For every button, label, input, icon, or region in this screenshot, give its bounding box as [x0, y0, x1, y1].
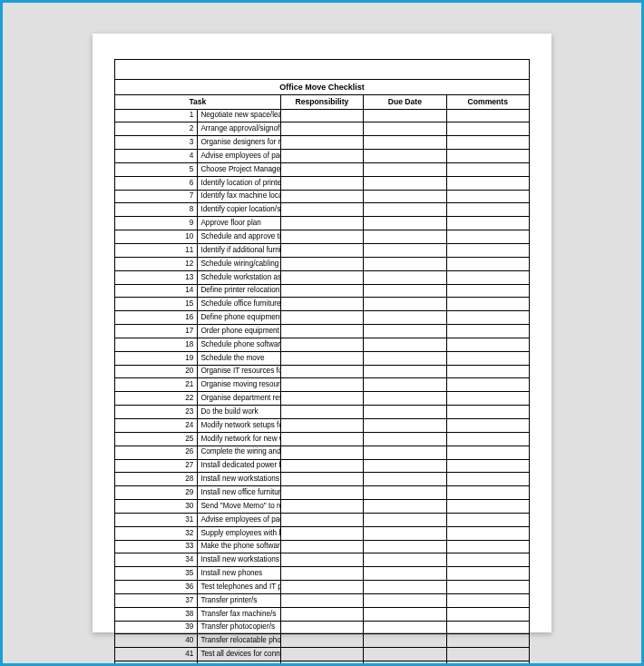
row-due-date [364, 446, 446, 459]
row-due-date [364, 109, 446, 122]
document-page: Office Move Checklist Task Responsibilit… [93, 34, 551, 632]
table-row: 16Define phone equipment requirements [115, 311, 530, 325]
row-task: Send "Move Memo" to relocating employees [198, 500, 280, 514]
table-row: 22Organise department resources for the … [115, 392, 530, 406]
table-row: 17Order phone equipment upgrade (if any) [115, 325, 530, 338]
row-number: 35 [115, 567, 198, 581]
row-comments [446, 634, 529, 648]
row-responsibility [280, 378, 363, 392]
row-number: 19 [115, 351, 198, 365]
row-task: Organise designers for new floor plan de… [198, 136, 280, 150]
row-comments [446, 553, 529, 567]
row-task: Transfer relocatable phone handsets [198, 634, 280, 648]
row-task: Identify location of printers and workst… [198, 176, 280, 190]
row-number: 28 [115, 473, 198, 486]
row-responsibility [280, 567, 363, 581]
row-due-date [364, 325, 446, 338]
row-comments [446, 418, 529, 432]
table-row: 28Install new workstations [115, 473, 530, 486]
row-comments [446, 459, 529, 473]
row-number: 4 [115, 150, 198, 163]
header-row: Task Responsibility Due Date Comments [115, 95, 530, 109]
row-comments [446, 621, 529, 634]
row-number: 23 [115, 406, 198, 419]
row-due-date [364, 257, 446, 270]
row-responsibility [280, 270, 363, 284]
row-responsibility [280, 593, 363, 607]
row-responsibility [280, 540, 363, 553]
row-task: Identify copier location/s [198, 203, 280, 217]
table-row: 5Choose Project Manager and contractors … [115, 162, 530, 176]
row-due-date [364, 136, 446, 150]
row-number: 31 [115, 513, 198, 526]
row-task: Arrange approval/signoff of new lease [198, 122, 280, 136]
row-comments [446, 540, 529, 553]
row-due-date [364, 365, 446, 378]
row-due-date [364, 378, 446, 392]
row-comments [446, 136, 529, 150]
row-number: 17 [115, 325, 198, 338]
row-task: Make the phone software setup changes [198, 540, 280, 553]
row-number: 13 [115, 270, 198, 284]
row-responsibility [280, 190, 363, 203]
row-responsibility [280, 661, 363, 666]
row-responsibility [280, 446, 363, 459]
row-task: Identify if additional furniture needs t… [198, 244, 280, 258]
row-comments [446, 648, 529, 661]
row-comments [446, 284, 529, 298]
row-task: Schedule and approve timeline [198, 230, 280, 244]
row-comments [446, 661, 529, 666]
row-number: 16 [115, 311, 198, 325]
row-comments [446, 190, 529, 203]
row-number: 10 [115, 230, 198, 244]
row-comments [446, 244, 529, 258]
row-due-date [364, 634, 446, 648]
row-comments [446, 122, 529, 136]
row-number: 34 [115, 553, 198, 567]
row-comments [446, 298, 529, 311]
table-row: 20Organise IT resources for the move [115, 365, 530, 378]
row-task: Transfer fax machine/s [198, 607, 280, 621]
table-row: 37Transfer printer/s [115, 593, 530, 607]
row-responsibility [280, 257, 363, 270]
row-due-date [364, 122, 446, 136]
row-due-date [364, 176, 446, 190]
row-responsibility [280, 432, 363, 446]
row-responsibility [280, 162, 363, 176]
table-row: 42Advise employees re procedure for empt… [115, 661, 530, 666]
row-number: 7 [115, 190, 198, 203]
table-row: 4Advise employees of packing and moving … [115, 150, 530, 163]
row-due-date [364, 311, 446, 325]
table-body: 1Negotiate new space/lease2Arrange appro… [115, 109, 530, 666]
table-row: 34Install new workstations [115, 553, 530, 567]
table-row: 18Schedule phone software changes [115, 338, 530, 351]
row-comments [446, 486, 529, 500]
row-comments [446, 365, 529, 378]
row-number: 5 [115, 162, 198, 176]
row-task: Negotiate new space/lease [198, 109, 280, 122]
row-comments [446, 217, 529, 230]
row-number: 27 [115, 459, 198, 473]
row-due-date [364, 500, 446, 514]
table-row: 7Identify fax machine location/s [115, 190, 530, 203]
table-row: 11Identify if additional furniture needs… [115, 244, 530, 258]
row-task: Advise employees re procedure for empty … [198, 661, 280, 666]
row-task: Install new workstations [198, 473, 280, 486]
row-task: Do the build work [198, 406, 280, 419]
table-row: 26Complete the wiring and cabling [115, 446, 530, 459]
row-comments [446, 446, 529, 459]
row-comments [446, 500, 529, 514]
table-row: 40Transfer relocatable phone handsets [115, 634, 530, 648]
row-number: 40 [115, 634, 198, 648]
row-comments [446, 392, 529, 406]
row-due-date [364, 244, 446, 258]
row-responsibility [280, 526, 363, 540]
row-responsibility [280, 136, 363, 150]
table-row: 39Transfer photocopier/s [115, 621, 530, 634]
row-due-date [364, 230, 446, 244]
row-task: Schedule workstation assembly [198, 270, 280, 284]
row-comments [446, 150, 529, 163]
table-row: 2Arrange approval/signoff of new lease [115, 122, 530, 136]
table-row: 14Define printer relocation requirements [115, 284, 530, 298]
row-number: 12 [115, 257, 198, 270]
